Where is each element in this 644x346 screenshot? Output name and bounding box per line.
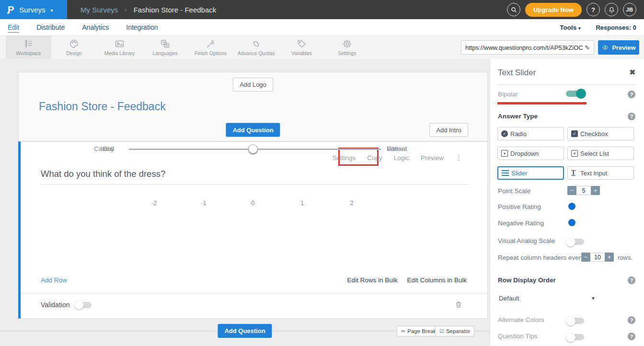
search-icon [510,6,518,13]
header-actions: Upgrade Now ? JB [507,3,644,17]
link-icon [251,39,261,49]
alternate-colors-toggle[interactable] [567,318,584,324]
upgrade-now-button[interactable]: Upgrade Now [525,3,582,17]
responses-count: Responses: 0 [596,24,636,31]
survey-title[interactable]: Fashion Store - Feedback [39,100,166,113]
answer-type-checkbox[interactable]: ✓ Checkbox [567,127,634,140]
chevron-down-icon: ▼ [591,296,596,301]
repeat-headers-label: Repeat column headers every [498,254,584,261]
negative-rating-label: Negative Rating [498,219,544,227]
answer-type-help-icon[interactable]: ? [628,113,635,120]
breadcrumb-my-surveys[interactable]: My Surveys [80,6,118,14]
question-tips-toggle[interactable] [567,334,584,340]
delete-question-button[interactable] [455,300,462,311]
annotation-underline-bipolar [497,102,586,104]
survey-header-card: Add Logo Fashion Store - Feedback [18,72,488,119]
toolbar-item-settings[interactable]: Settings [324,36,370,59]
point-scale-value[interactable] [576,186,591,195]
add-intro-button[interactable]: Add Intro [429,123,468,137]
breadcrumb-current: Fashion Store - Feedback [134,6,217,14]
point-scale-plus-button[interactable]: + [591,186,600,195]
checkbox-icon: ✓ [571,130,578,137]
answer-type-label: Answer Type [498,113,538,120]
close-panel-icon[interactable]: ✖ [629,68,635,77]
text-input-icon: T [571,170,578,176]
toolbar-item-finish-options[interactable]: Finish Options [188,36,233,59]
tools-dropdown[interactable]: Tools ▾ [560,24,580,31]
survey-url-field[interactable]: ✎ [461,40,594,55]
preview-button[interactable]: Preview [598,40,639,55]
answer-type-radio[interactable]: ✓ Radio [497,127,564,140]
notifications-button[interactable] [605,3,618,16]
question-card: Settings Copy Logic Preview ⋮ What do yo… [18,141,488,319]
answer-type-dropdown[interactable]: ▾ Dropdown [497,147,564,160]
page-break-button[interactable]: ✂ Page Break [397,326,440,336]
tab-integration[interactable]: Integration [126,23,158,32]
validation-toggle[interactable] [75,302,92,308]
separator-button[interactable]: ☑ Separator [435,326,474,336]
tab-edit[interactable]: Edit [8,23,19,33]
brand-label: Surveys [19,6,45,14]
row-display-order-select[interactable]: Default ▼ [499,295,596,302]
help-button[interactable]: ? [586,3,600,16]
slider-scale-labels: -2 -1 0 1 2 [129,199,381,207]
edit-url-icon[interactable]: ✎ [585,44,590,51]
search-button[interactable] [507,3,520,16]
alternate-colors-help-icon[interactable]: ? [628,316,635,324]
positive-rating-color-swatch[interactable] [568,203,575,210]
question-text[interactable]: What do you think of the dress? [41,169,165,179]
scale-label: -2 [151,199,157,207]
edit-columns-bulk-link[interactable]: Edit Columns in Bulk [407,277,467,284]
validation-label: Validation [41,301,69,309]
bipolar-toggle[interactable] [566,91,585,97]
add-question-button-bottom[interactable]: Add Question [218,324,272,338]
user-avatar[interactable]: JB [623,3,636,16]
survey-url-input[interactable] [465,44,583,51]
top-header: P Surveys ▾ My Surveys › Fashion Store -… [0,0,644,19]
question-tips-help-icon[interactable]: ? [628,333,635,340]
repeat-headers-plus-button[interactable]: + [605,253,614,262]
toolbar-item-advance-quotas[interactable]: Advance Quotas [233,36,279,59]
repeat-headers-value[interactable] [590,253,605,262]
bipolar-help-icon[interactable]: ? [628,91,635,98]
tab-analytics[interactable]: Analytics [82,23,109,32]
repeat-headers-minus-button[interactable]: − [581,253,590,262]
answer-type-slider[interactable]: Slider [497,166,564,180]
toolbar-item-media-library[interactable]: Media Library [97,36,142,59]
answer-type-text-input[interactable]: T Text Input [567,166,634,180]
scale-label: 2 [350,199,354,207]
point-scale-minus-button[interactable]: − [567,186,576,195]
toolbar-item-variables[interactable]: Variables [279,36,324,59]
questionpro-logo-icon: P [8,5,14,14]
repeat-headers-stepper: − + [581,253,614,262]
slider-track[interactable] [129,149,381,150]
toolbar-item-languages[interactable]: Languages [142,36,188,59]
toolbar-item-design[interactable]: Design [51,36,97,59]
answer-type-select-list[interactable]: ▾ Select List [567,147,634,160]
tab-distribute[interactable]: Distribute [36,23,65,32]
question-underline [41,184,469,185]
visual-analog-scale-toggle[interactable] [567,239,584,245]
slider-icon [502,170,509,176]
breadcrumb-separator-icon: › [125,6,126,13]
slider-handle[interactable] [248,145,257,154]
row-left-label: Casual [21,145,114,152]
repeat-headers-suffix: rows. [618,254,632,261]
validation-row: Validation [41,301,92,309]
breadcrumb: My Surveys › Fashion Store - Feedback [80,6,216,14]
row-display-order-help-icon[interactable]: ? [628,277,635,284]
negative-rating-color-swatch[interactable] [568,219,575,226]
add-logo-button[interactable]: Add Logo [233,78,273,92]
brand-menu[interactable]: P Surveys ▾ [0,0,67,19]
add-row-link[interactable]: Add Row [41,277,67,284]
trash-icon [455,300,462,309]
image-icon [115,39,125,49]
scale-label: 0 [251,199,255,207]
tabrow-right: Tools ▾ Responses: 0 [560,24,636,31]
separator-icon: ☑ [439,328,444,334]
add-question-button-top[interactable]: Add Question [226,123,280,137]
edit-rows-bulk-link[interactable]: Edit Rows in Bulk [347,277,397,284]
main-tabs: Edit Distribute Analytics Integration To… [0,19,644,36]
toolbar-item-workspace[interactable]: Workspace [6,36,51,59]
dropdown-icon: ▾ [501,150,508,157]
